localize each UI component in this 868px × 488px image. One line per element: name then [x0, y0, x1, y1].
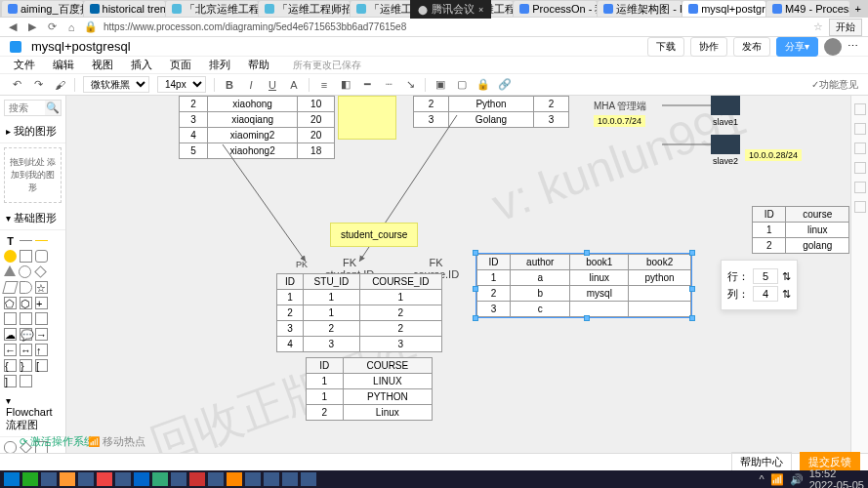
- comments-icon[interactable]: [854, 201, 866, 213]
- note-shape[interactable]: [20, 375, 32, 387]
- task-app-4[interactable]: [78, 472, 94, 486]
- ip2-label[interactable]: 10.0.0.28/24: [745, 149, 802, 161]
- layers-icon[interactable]: [854, 162, 866, 174]
- document-title[interactable]: mysql+postgresql: [31, 39, 131, 54]
- brace-l-shape[interactable]: {: [4, 359, 17, 372]
- history-icon[interactable]: [854, 182, 866, 193]
- task-app-10[interactable]: [189, 472, 205, 486]
- task-app-9[interactable]: [171, 472, 186, 486]
- cloud-shape[interactable]: ☁: [4, 328, 17, 341]
- section-flowchart[interactable]: ▾ Flowchart 流程图: [0, 391, 65, 437]
- task-app-6[interactable]: [115, 472, 131, 486]
- tab-2[interactable]: 「北京运维工程师」×: [166, 1, 258, 17]
- table-courses-right[interactable]: IDcourse1linux2golang: [752, 206, 849, 254]
- tray-icon[interactable]: ^: [760, 473, 765, 485]
- user-avatar[interactable]: [824, 38, 842, 56]
- bookmark-icon[interactable]: ☆: [813, 20, 823, 33]
- table-students[interactable]: 2xiaohong103xiaoqiang204xiaoming2205xiao…: [179, 96, 335, 159]
- format-painter-icon[interactable]: 🖌: [53, 78, 66, 92]
- share-button[interactable]: 分享▾: [776, 37, 818, 57]
- section-my-shapes[interactable]: ▸ 我的图形: [0, 120, 65, 143]
- task-app-14[interactable]: [264, 472, 279, 486]
- translate-button[interactable]: 开始: [829, 19, 862, 36]
- tab-7[interactable]: 运维架构图 - Proc×: [598, 1, 682, 17]
- menu-edit[interactable]: 编辑: [53, 58, 74, 72]
- rect-shape[interactable]: [20, 250, 32, 263]
- task-app-5[interactable]: [97, 472, 112, 486]
- task-app-13[interactable]: [245, 472, 261, 486]
- menu-view[interactable]: 视图: [92, 58, 113, 72]
- navigator-icon[interactable]: [854, 103, 866, 115]
- underline-icon[interactable]: U: [266, 78, 279, 92]
- stepper-icon[interactable]: ⇅: [782, 270, 791, 283]
- meeting-overlay[interactable]: ⬤ 腾讯会议 ×: [410, 0, 491, 19]
- publish-button[interactable]: 发布: [733, 37, 770, 57]
- url-input[interactable]: https://www.processon.com/diagraming/5ed…: [103, 21, 807, 32]
- lock-shape-icon[interactable]: 🔒: [476, 78, 490, 92]
- back-icon[interactable]: ◀: [6, 20, 20, 34]
- triangle-shape[interactable]: [4, 265, 16, 276]
- clock[interactable]: 15:522022-05-05: [809, 468, 864, 488]
- shape-search[interactable]: 🔍: [4, 100, 62, 116]
- tab-3[interactable]: 「运维工程师招聘」×: [259, 1, 351, 17]
- task-app-1[interactable]: [22, 472, 38, 486]
- forward-icon[interactable]: ▶: [25, 20, 39, 34]
- download-button[interactable]: 下载: [647, 37, 684, 57]
- search-button[interactable]: 🔍: [45, 101, 61, 115]
- bracket-r-shape[interactable]: ]: [4, 375, 17, 387]
- start-button[interactable]: [4, 472, 20, 486]
- diamond-shape[interactable]: [34, 265, 47, 278]
- cylinder-shape[interactable]: [20, 312, 32, 325]
- line-style-icon[interactable]: ┈: [382, 78, 395, 92]
- tab-6[interactable]: ProcessOn - 我的×: [514, 1, 597, 17]
- feedback-link[interactable]: ✓功能意见: [811, 78, 858, 92]
- slave1-node[interactable]: slave1: [711, 96, 740, 127]
- tab-0[interactable]: aiming_百度搜索×: [2, 1, 83, 17]
- fill-icon[interactable]: ◧: [339, 78, 352, 92]
- home-icon[interactable]: ⌂: [64, 20, 78, 34]
- cross-shape[interactable]: +: [35, 297, 48, 309]
- zoom-in-icon[interactable]: [854, 123, 866, 135]
- sticky-student-course[interactable]: student_course: [330, 223, 418, 247]
- tab-8[interactable]: mysql+postgresql×: [682, 1, 765, 17]
- bracket-l-shape[interactable]: [: [35, 359, 48, 372]
- diagram-canvas[interactable]: v: kunlun991 回收正版课件 2xiaohong103xiaoqian…: [66, 96, 868, 488]
- coop-button[interactable]: 协作: [690, 37, 727, 57]
- callout-shape[interactable]: 💬: [20, 328, 32, 341]
- arrow-up-shape[interactable]: ↑: [35, 344, 48, 356]
- arrow-l-shape[interactable]: ←: [4, 344, 17, 356]
- task-app-7[interactable]: [134, 472, 149, 486]
- brace-r-shape[interactable]: }: [20, 359, 32, 372]
- row-col-panel[interactable]: 行：⇅ 列：⇅: [721, 260, 798, 310]
- menu-help[interactable]: 帮助: [248, 58, 269, 72]
- table-stu-course[interactable]: IDSTU_IDCOURSE_ID111212322433: [276, 273, 442, 352]
- font-size-select[interactable]: 14px: [157, 76, 206, 93]
- task-app-12[interactable]: [227, 472, 242, 486]
- roundrect-shape[interactable]: [35, 250, 48, 263]
- menu-icon[interactable]: ⋯: [847, 40, 858, 53]
- link-icon[interactable]: 🔗: [498, 78, 512, 92]
- parallelogram-shape[interactable]: [2, 281, 18, 294]
- section-basic[interactable]: ▾ 基础图形: [0, 207, 65, 230]
- search-input[interactable]: [5, 101, 45, 115]
- font-color-icon[interactable]: A: [287, 78, 301, 92]
- table-course[interactable]: IDCOURSE1LINUX1PYTHON2Linux: [306, 357, 433, 421]
- task-app-3[interactable]: [60, 472, 75, 486]
- task-app-2[interactable]: [41, 472, 57, 486]
- arrow-bi-shape[interactable]: ↔: [20, 344, 32, 356]
- italic-icon[interactable]: I: [244, 78, 258, 92]
- circle-shape[interactable]: [19, 265, 31, 278]
- network-icon[interactable]: 📶: [770, 473, 784, 486]
- row-input[interactable]: [753, 268, 778, 284]
- zoom-out-icon[interactable]: [854, 142, 866, 154]
- ip1-label[interactable]: 10.0.0.7/24: [594, 115, 645, 127]
- reload-icon[interactable]: ⟳: [45, 20, 59, 34]
- bold-icon[interactable]: B: [223, 78, 236, 92]
- hexagon-shape[interactable]: ⬡: [20, 297, 32, 309]
- undo-icon[interactable]: ↶: [10, 78, 23, 92]
- arrow-r-shape[interactable]: →: [35, 328, 48, 341]
- highlight-shape[interactable]: [35, 240, 48, 241]
- table-books[interactable]: IDauthorbook1book21alinuxpython2bmysql3c: [476, 254, 691, 317]
- trap-shape[interactable]: [4, 312, 17, 325]
- dot-shape[interactable]: [4, 250, 17, 263]
